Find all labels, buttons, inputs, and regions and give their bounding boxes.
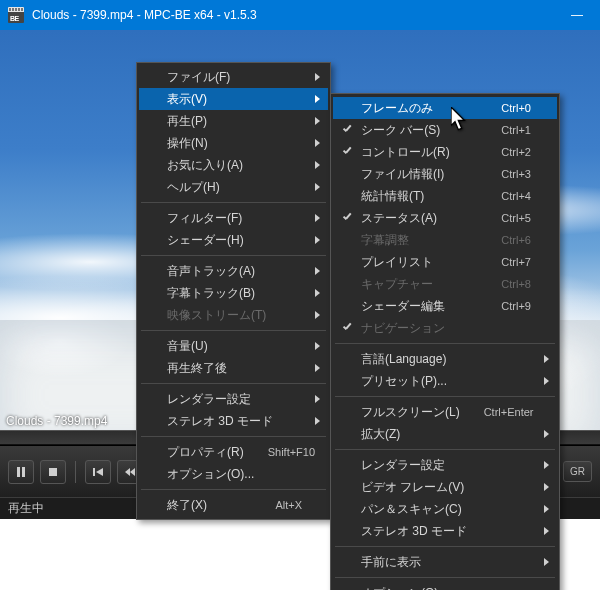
menu-item-accel: Ctrl+9 — [501, 300, 531, 312]
view-menu-item-23[interactable]: 手前に表示 — [333, 551, 557, 573]
main-menu-item-21[interactable]: オプション(O)... — [139, 463, 328, 485]
context-menu-main[interactable]: ファイル(F)表示(V)再生(P)操作(N)お気に入り(A)ヘルプ(H)フィルタ… — [136, 62, 331, 520]
menu-item-label: 再生(P) — [167, 113, 302, 130]
menu-item-label: フルスクリーン(L) — [361, 404, 460, 421]
main-menu-item-18[interactable]: ステレオ 3D モード — [139, 410, 328, 432]
main-menu-item-1[interactable]: 表示(V) — [139, 88, 328, 110]
menu-item-label: プレイリスト — [361, 254, 477, 271]
menu-item-label: キャプチャー — [361, 276, 477, 293]
view-menu-item-10: ナビゲーション — [333, 317, 557, 339]
main-menu-separator — [141, 202, 326, 203]
main-menu-item-11[interactable]: 字幕トラック(B) — [139, 282, 328, 304]
view-menu-item-0[interactable]: フレームのみCtrl+0 — [333, 97, 557, 119]
main-menu-item-17[interactable]: レンダラー設定 — [139, 388, 328, 410]
view-menu-item-19[interactable]: ビデオ フレーム(V) — [333, 476, 557, 498]
menu-item-label: 字幕トラック(B) — [167, 285, 302, 302]
main-menu-item-15[interactable]: 再生終了後 — [139, 357, 328, 379]
submenu-arrow-icon — [315, 73, 320, 81]
view-menu-item-3[interactable]: ファイル情報(I)Ctrl+3 — [333, 163, 557, 185]
menu-item-label: シェーダー(H) — [167, 232, 302, 249]
view-menu-item-1[interactable]: シーク バー(S)Ctrl+1 — [333, 119, 557, 141]
view-menu-item-5[interactable]: ステータス(A)Ctrl+5 — [333, 207, 557, 229]
main-menu-item-3[interactable]: 操作(N) — [139, 132, 328, 154]
submenu-arrow-icon — [315, 417, 320, 425]
view-menu-item-4[interactable]: 統計情報(T)Ctrl+4 — [333, 185, 557, 207]
main-menu-item-0[interactable]: ファイル(F) — [139, 66, 328, 88]
view-menu-item-13[interactable]: プリセット(P)... — [333, 370, 557, 392]
view-menu-item-12[interactable]: 言語(Language) — [333, 348, 557, 370]
menu-item-label: 再生終了後 — [167, 360, 302, 377]
submenu-arrow-icon — [544, 483, 549, 491]
main-menu-item-20[interactable]: プロパティ(R)Shift+F10 — [139, 441, 328, 463]
view-menu-item-21[interactable]: ステレオ 3D モード — [333, 520, 557, 542]
main-menu-item-23[interactable]: 終了(X)Alt+X — [139, 494, 328, 516]
menu-item-label: 操作(N) — [167, 135, 302, 152]
submenu-arrow-icon — [544, 430, 549, 438]
main-menu-separator — [141, 436, 326, 437]
prev-icon — [92, 466, 104, 478]
submenu-arrow-icon — [315, 139, 320, 147]
menu-item-label: オプション(O)... — [361, 585, 531, 591]
menu-item-accel: Ctrl+0 — [501, 102, 531, 114]
window-titlebar[interactable]: Clouds - 7399.mp4 - MPC-BE x64 - v1.5.3 … — [0, 0, 600, 30]
view-menu-item-7[interactable]: プレイリストCtrl+7 — [333, 251, 557, 273]
menu-item-label: お気に入り(A) — [167, 157, 302, 174]
menu-item-accel: Ctrl+4 — [501, 190, 531, 202]
submenu-arrow-icon — [315, 395, 320, 403]
gr-button[interactable]: GR — [563, 461, 592, 482]
main-menu-separator — [141, 383, 326, 384]
menu-item-label: 音声トラック(A) — [167, 263, 302, 280]
pause-button[interactable] — [8, 460, 34, 484]
submenu-arrow-icon — [315, 267, 320, 275]
stop-button[interactable] — [40, 460, 66, 484]
menu-item-accel: Ctrl+1 — [501, 124, 531, 136]
svg-rect-3 — [93, 468, 95, 476]
menu-item-accel: Ctrl+Enter — [484, 406, 534, 418]
submenu-arrow-icon — [544, 505, 549, 513]
view-menu-item-20[interactable]: パン＆スキャン(C) — [333, 498, 557, 520]
view-menu-separator — [335, 546, 555, 547]
step-back-icon — [124, 466, 136, 478]
view-menu-separator — [335, 343, 555, 344]
view-menu-separator — [335, 449, 555, 450]
main-menu-separator — [141, 255, 326, 256]
view-menu-item-18[interactable]: レンダラー設定 — [333, 454, 557, 476]
check-icon — [341, 212, 353, 224]
svg-rect-2 — [49, 468, 57, 476]
main-menu-item-2[interactable]: 再生(P) — [139, 110, 328, 132]
svg-rect-1 — [22, 467, 25, 477]
menu-item-label: ファイル情報(I) — [361, 166, 477, 183]
submenu-arrow-icon — [544, 461, 549, 469]
main-menu-separator — [141, 330, 326, 331]
submenu-arrow-icon — [315, 214, 320, 222]
main-menu-item-7[interactable]: フィルター(F) — [139, 207, 328, 229]
menu-item-label: オプション(O)... — [167, 466, 302, 483]
view-menu-item-16[interactable]: 拡大(Z) — [333, 423, 557, 445]
menu-item-label: ビデオ フレーム(V) — [361, 479, 531, 496]
menu-item-label: シェーダー編集 — [361, 298, 477, 315]
prev-button[interactable] — [85, 460, 111, 484]
main-menu-item-10[interactable]: 音声トラック(A) — [139, 260, 328, 282]
view-menu-item-6: 字幕調整Ctrl+6 — [333, 229, 557, 251]
view-menu-item-25[interactable]: オプション(O)... — [333, 582, 557, 590]
menu-item-label: 統計情報(T) — [361, 188, 477, 205]
view-menu-item-15[interactable]: フルスクリーン(L)Ctrl+Enter — [333, 401, 557, 423]
view-menu-item-2[interactable]: コントロール(R)Ctrl+2 — [333, 141, 557, 163]
submenu-arrow-icon — [315, 117, 320, 125]
context-menu-view[interactable]: フレームのみCtrl+0シーク バー(S)Ctrl+1コントロール(R)Ctrl… — [330, 93, 560, 590]
menu-item-accel: Shift+F10 — [268, 446, 315, 458]
submenu-arrow-icon — [544, 558, 549, 566]
main-menu-separator — [141, 489, 326, 490]
main-menu-item-4[interactable]: お気に入り(A) — [139, 154, 328, 176]
main-menu-item-5[interactable]: ヘルプ(H) — [139, 176, 328, 198]
submenu-arrow-icon — [544, 355, 549, 363]
window-title: Clouds - 7399.mp4 - MPC-BE x64 - v1.5.3 — [32, 8, 257, 22]
menu-item-label: ステータス(A) — [361, 210, 477, 227]
menu-item-label: 手前に表示 — [361, 554, 531, 571]
view-menu-item-9[interactable]: シェーダー編集Ctrl+9 — [333, 295, 557, 317]
minimize-button[interactable]: ― — [562, 8, 592, 22]
main-menu-item-8[interactable]: シェーダー(H) — [139, 229, 328, 251]
main-menu-item-12: 映像ストリーム(T) — [139, 304, 328, 326]
menu-item-label: シーク バー(S) — [361, 122, 477, 139]
main-menu-item-14[interactable]: 音量(U) — [139, 335, 328, 357]
